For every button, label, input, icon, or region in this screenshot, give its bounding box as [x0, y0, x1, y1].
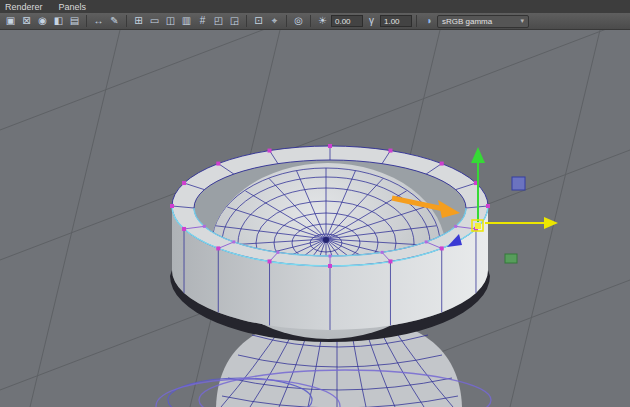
- blue-handle[interactable]: [512, 177, 525, 190]
- viewport-scene: [0, 30, 630, 407]
- bookmarks-icon[interactable]: ◧: [51, 14, 66, 28]
- gate-mask-icon[interactable]: ▥: [179, 14, 194, 28]
- toolbar-separator: [286, 15, 287, 27]
- image-plane-icon[interactable]: ▤: [67, 14, 82, 28]
- rim-vertex: [328, 144, 332, 148]
- view-transform-dropdown[interactable]: sRGB gamma ▾: [437, 15, 529, 28]
- gamma-icon[interactable]: γ: [364, 14, 379, 28]
- grid-line: [0, 30, 630, 130]
- toolbar-separator: [86, 15, 87, 27]
- maya-viewport-panel: Renderer Panels ▣⊠◉◧▤↔✎⊞▭◫▥#◰◲⊡⌖◎ ☀ 0.00…: [0, 0, 630, 407]
- safe-action-icon[interactable]: ◰: [211, 14, 226, 28]
- inner-rim-vertex: [276, 251, 279, 254]
- lock-camera-icon[interactable]: ⊠: [19, 14, 34, 28]
- exposure-icon[interactable]: ☀: [315, 14, 330, 28]
- grid-line: [510, 30, 600, 407]
- rim-vertex: [440, 246, 444, 250]
- chevron-down-icon: ▾: [520, 17, 524, 25]
- axis-y-arrowhead-icon[interactable]: [471, 147, 485, 163]
- two-d-pan-zoom-icon[interactable]: ↔: [91, 14, 106, 28]
- rim-vertex: [268, 149, 272, 153]
- dome-pole-vertex: [323, 237, 329, 243]
- inner-rim-vertex: [329, 255, 332, 258]
- rim-vertex: [388, 149, 392, 153]
- isolate-select-icon[interactable]: ◎: [291, 14, 306, 28]
- gamma-field[interactable]: 1.00: [380, 15, 412, 27]
- rim-vertex: [170, 204, 174, 208]
- rim-vertex: [216, 162, 220, 166]
- toolbar-separator: [246, 15, 247, 27]
- select-camera-icon[interactable]: ▣: [3, 14, 18, 28]
- frame-all-icon[interactable]: ⊡: [251, 14, 266, 28]
- toolbar-separator: [416, 15, 417, 27]
- color-management-icon[interactable]: ◑: [421, 14, 436, 28]
- rim-vertex: [182, 227, 186, 231]
- grid-icon[interactable]: ⊞: [131, 14, 146, 28]
- inner-rim-vertex: [425, 240, 428, 243]
- resolution-gate-icon[interactable]: ◫: [163, 14, 178, 28]
- rim-vertex: [440, 162, 444, 166]
- toolbar-separator: [126, 15, 127, 27]
- rim-vertex: [268, 259, 272, 263]
- green-handle[interactable]: [505, 254, 517, 263]
- toolbar-icon-group: ▣⊠◉◧▤↔✎⊞▭◫▥#◰◲⊡⌖◎: [3, 14, 306, 28]
- inner-rim-vertex: [203, 225, 206, 228]
- grease-pencil-icon[interactable]: ✎: [107, 14, 122, 28]
- rim-vertex: [216, 246, 220, 250]
- rim-vertex: [328, 264, 332, 268]
- view-transform-value: sRGB gamma: [442, 17, 492, 26]
- grid-line: [30, 30, 120, 407]
- rim-vertex: [388, 259, 392, 263]
- field-chart-icon[interactable]: #: [195, 14, 210, 28]
- selected-vertex[interactable]: [475, 223, 481, 229]
- menu-panels[interactable]: Panels: [59, 2, 87, 12]
- inner-rim-vertex: [381, 251, 384, 254]
- film-gate-icon[interactable]: ▭: [147, 14, 162, 28]
- frame-selection-icon[interactable]: ⌖: [267, 14, 282, 28]
- axis-x-arrowhead-icon[interactable]: [544, 217, 558, 229]
- safe-title-icon[interactable]: ◲: [227, 14, 242, 28]
- camera-attributes-icon[interactable]: ◉: [35, 14, 50, 28]
- panel-menubar: Renderer Panels: [0, 0, 630, 13]
- rim-vertex: [182, 181, 186, 185]
- panel-toolbar: ▣⊠◉◧▤↔✎⊞▭◫▥#◰◲⊡⌖◎ ☀ 0.00 γ 1.00 ◑ sRGB g…: [0, 13, 630, 30]
- menu-renderer[interactable]: Renderer: [5, 2, 43, 12]
- exposure-field[interactable]: 0.00: [331, 15, 363, 27]
- viewport-3d[interactable]: [0, 30, 630, 407]
- inner-rim-vertex: [454, 225, 457, 228]
- toolbar-separator: [310, 15, 311, 27]
- rim-vertex: [486, 204, 490, 208]
- inner-rim-vertex: [232, 240, 235, 243]
